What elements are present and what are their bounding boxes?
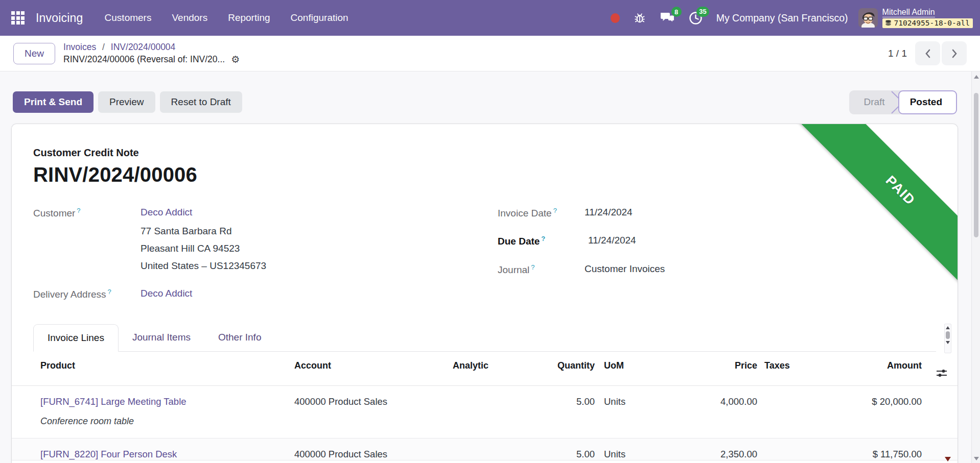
column-product[interactable]: Product bbox=[12, 352, 294, 379]
breadcrumb-current: RINV/2024/00006 (Reversal of: INV/20... bbox=[63, 54, 225, 65]
help-icon: ? bbox=[531, 263, 534, 271]
account-cell[interactable]: 400000 Product Sales bbox=[294, 438, 445, 460]
tab-journal-items[interactable]: Journal Items bbox=[119, 324, 204, 352]
session-tag: 71024955-18-0-all bbox=[882, 18, 973, 28]
scrollbar-thumb[interactable] bbox=[946, 331, 950, 339]
scrollbar-thumb[interactable] bbox=[974, 93, 978, 237]
notebook-tabs: Invoice Lines Journal Items Other Info bbox=[33, 324, 936, 352]
column-quantity[interactable]: Quantity bbox=[492, 352, 598, 379]
help-icon: ? bbox=[77, 207, 80, 214]
recording-indicator-icon bbox=[611, 13, 620, 23]
pager-previous-button[interactable] bbox=[915, 41, 940, 65]
amount-cell: $ 20,000.00 bbox=[826, 386, 925, 407]
column-amount[interactable]: Amount bbox=[826, 352, 925, 379]
column-analytic[interactable]: Analytic bbox=[445, 352, 492, 379]
product-link[interactable]: [FURN_8220] Four Person Desk bbox=[40, 449, 177, 459]
invoice-line-row[interactable]: [FURN_8220] Four Person Desk 400000 Prod… bbox=[12, 438, 958, 460]
scroll-down-icon[interactable] bbox=[974, 457, 979, 460]
column-account[interactable]: Account bbox=[294, 352, 445, 379]
menu-configuration[interactable]: Configuration bbox=[291, 12, 348, 23]
analytic-cell[interactable] bbox=[445, 438, 492, 449]
messages-badge: 8 bbox=[671, 7, 682, 17]
new-button[interactable]: New bbox=[13, 43, 55, 64]
systray: 8 35 My Company (San Francisco) bbox=[611, 11, 848, 25]
status-draft[interactable]: Draft bbox=[849, 90, 890, 114]
tab-other-info[interactable]: Other Info bbox=[204, 324, 275, 352]
session-id: 71024955-18-0-all bbox=[894, 19, 970, 27]
invoice-form-sheet: PAID Customer Credit Note RINV/2024/0000… bbox=[11, 124, 958, 463]
product-description: Conference room table bbox=[40, 416, 294, 427]
price-cell[interactable]: 2,350.00 bbox=[670, 438, 761, 460]
scroll-up-icon[interactable] bbox=[946, 326, 950, 329]
breadcrumb-invoices-link[interactable]: Invoices bbox=[63, 42, 96, 52]
nav-menus: Customers Vendors Reporting Configuratio… bbox=[105, 12, 348, 23]
action-row: Print & Send Preview Reset to Draft Draf… bbox=[0, 90, 980, 114]
breadcrumb: Invoices / INV/2024/00004 RINV/2024/0000… bbox=[63, 42, 240, 65]
delivery-address-value[interactable]: Deco Addict bbox=[141, 288, 192, 300]
user-name: Mitchell Admin bbox=[882, 8, 935, 17]
menu-reporting[interactable]: Reporting bbox=[228, 12, 270, 23]
uom-cell[interactable]: Units bbox=[598, 386, 670, 407]
address-line: Pleasant Hill CA 94523 bbox=[141, 240, 498, 257]
app-name[interactable]: Invoicing bbox=[36, 11, 83, 25]
optional-columns-icon[interactable] bbox=[925, 360, 958, 385]
preview-button[interactable]: Preview bbox=[98, 91, 155, 113]
menu-vendors[interactable]: Vendors bbox=[172, 12, 207, 23]
top-navbar: Invoicing Customers Vendors Reporting Co… bbox=[0, 0, 980, 36]
due-date-value[interactable]: 11/24/2024 bbox=[585, 235, 936, 247]
database-icon bbox=[885, 20, 892, 27]
invoice-line-row[interactable]: [FURN_6741] Large Meeting Table Conferen… bbox=[12, 386, 958, 438]
menu-customers[interactable]: Customers bbox=[105, 12, 152, 23]
scroll-down-icon[interactable] bbox=[946, 341, 950, 344]
chevron-right-icon bbox=[951, 48, 958, 59]
amount-cell: $ 11,750.00 bbox=[826, 438, 925, 460]
page-scrollbar[interactable] bbox=[971, 71, 980, 463]
activities-clock-icon[interactable]: 35 bbox=[689, 11, 703, 25]
uom-cell[interactable]: Units bbox=[598, 438, 670, 460]
breadcrumb-separator: / bbox=[102, 42, 105, 52]
pager-next-button[interactable] bbox=[942, 41, 967, 65]
taxes-cell[interactable] bbox=[761, 438, 826, 449]
avatar bbox=[858, 8, 878, 28]
delivery-address-label: Delivery Address? bbox=[33, 288, 141, 300]
messages-icon[interactable]: 8 bbox=[660, 11, 675, 25]
column-price[interactable]: Price bbox=[670, 352, 761, 379]
company-switcher[interactable]: My Company (San Francisco) bbox=[716, 12, 848, 24]
status-bar: Draft Posted bbox=[849, 90, 957, 114]
product-link[interactable]: [FURN_6741] Large Meeting Table bbox=[40, 396, 186, 407]
customer-address: 77 Santa Barbara Rd Pleasant Hill CA 945… bbox=[141, 223, 498, 275]
invoice-lines-header: Product Account Analytic Quantity UoM Pr… bbox=[12, 352, 958, 386]
gear-icon[interactable]: ⚙ bbox=[231, 55, 240, 64]
status-posted[interactable]: Posted bbox=[898, 90, 957, 114]
quantity-cell[interactable]: 5.00 bbox=[492, 438, 598, 460]
price-cell[interactable]: 4,000.00 bbox=[670, 386, 761, 407]
user-menu[interactable]: Mitchell Admin 71024955-18-0-all bbox=[858, 8, 973, 28]
breadcrumb-invoice-link[interactable]: INV/2024/00004 bbox=[111, 42, 176, 52]
column-uom[interactable]: UoM bbox=[598, 352, 670, 379]
invoice-date-label: Invoice Date? bbox=[498, 207, 585, 219]
invoice-date-value[interactable]: 11/24/2024 bbox=[585, 207, 936, 219]
bug-icon[interactable] bbox=[634, 12, 646, 24]
help-icon: ? bbox=[108, 288, 111, 296]
scroll-down-indicator-icon[interactable] bbox=[945, 457, 951, 461]
inner-scrollbar[interactable] bbox=[944, 324, 951, 353]
customer-label: Customer? bbox=[33, 207, 141, 219]
account-cell[interactable]: 400000 Product Sales bbox=[294, 386, 445, 407]
field-groups: Customer? Deco Addict 77 Santa Barbara R… bbox=[33, 207, 936, 301]
reset-to-draft-button[interactable]: Reset to Draft bbox=[160, 91, 242, 113]
quantity-cell[interactable]: 5.00 bbox=[492, 386, 598, 407]
print-send-button[interactable]: Print & Send bbox=[13, 91, 94, 113]
address-line: United States – US12345673 bbox=[141, 257, 498, 275]
analytic-cell[interactable] bbox=[445, 386, 492, 396]
customer-value[interactable]: Deco Addict bbox=[141, 207, 192, 219]
help-icon: ? bbox=[541, 235, 545, 242]
taxes-cell[interactable] bbox=[761, 386, 826, 396]
apps-menu-icon[interactable] bbox=[10, 10, 26, 26]
scroll-up-icon[interactable] bbox=[974, 75, 979, 79]
chevron-left-icon bbox=[924, 48, 931, 59]
column-taxes[interactable]: Taxes bbox=[761, 352, 826, 379]
tab-invoice-lines[interactable]: Invoice Lines bbox=[33, 324, 119, 352]
address-line: 77 Santa Barbara Rd bbox=[141, 223, 498, 240]
grid-icon bbox=[11, 11, 25, 25]
journal-value[interactable]: Customer Invoices bbox=[585, 263, 936, 276]
